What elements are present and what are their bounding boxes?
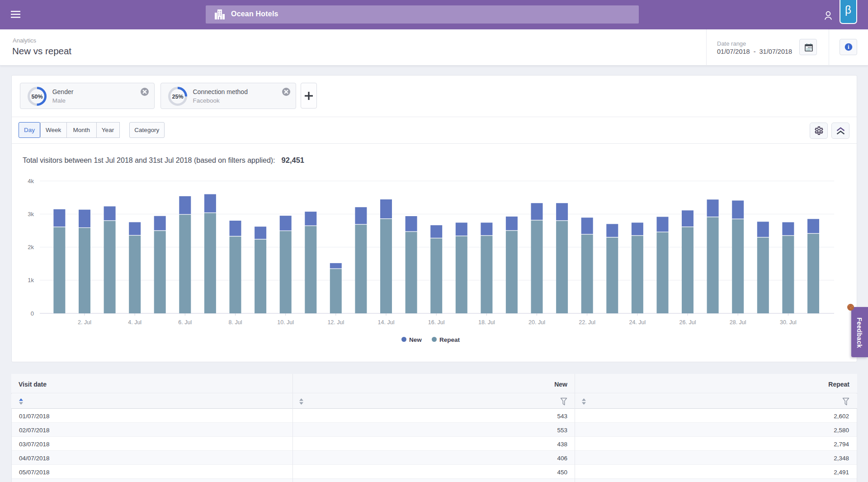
svg-text:12. Jul: 12. Jul [327, 319, 344, 326]
svg-text:3k: 3k [28, 211, 34, 217]
svg-text:24. Jul: 24. Jul [629, 319, 646, 326]
svg-text:Repeat: Repeat [439, 336, 460, 343]
svg-text:16. Jul: 16. Jul [428, 319, 445, 326]
svg-text:14. Jul: 14. Jul [378, 319, 395, 326]
svg-text:2k: 2k [28, 244, 34, 250]
svg-text:22. Jul: 22. Jul [579, 319, 595, 326]
svg-text:18. Jul: 18. Jul [478, 319, 495, 326]
svg-text:8. Jul: 8. Jul [229, 319, 242, 326]
svg-text:26. Jul: 26. Jul [679, 319, 696, 326]
svg-text:New: New [409, 336, 422, 343]
svg-text:6. Jul: 6. Jul [178, 319, 192, 326]
svg-text:2. Jul: 2. Jul [78, 319, 91, 326]
svg-text:1k: 1k [28, 277, 34, 284]
svg-text:0: 0 [31, 310, 34, 317]
svg-text:50%: 50% [31, 94, 42, 100]
svg-text:4k: 4k [28, 178, 34, 184]
svg-text:4. Jul: 4. Jul [128, 319, 142, 326]
svg-text:i: i [848, 43, 849, 50]
svg-text:10. Jul: 10. Jul [277, 319, 294, 326]
svg-text:25%: 25% [172, 94, 183, 100]
svg-text:20. Jul: 20. Jul [528, 319, 545, 326]
svg-text:28. Jul: 28. Jul [730, 319, 746, 326]
svg-text:30. Jul: 30. Jul [780, 319, 797, 326]
